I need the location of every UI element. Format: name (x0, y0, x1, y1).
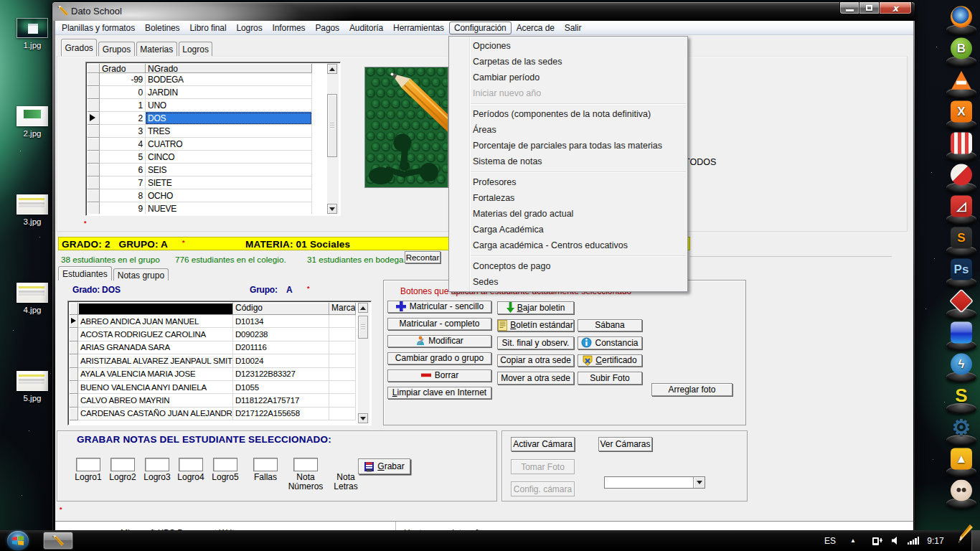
row-selector[interactable] (88, 73, 100, 86)
dock-item[interactable]: S (946, 382, 977, 414)
scroll-down-icon[interactable] (358, 413, 368, 423)
student-row[interactable]: BUENO VALENCIA ANYI DANIELA D1055 (70, 381, 357, 394)
student-name-cell[interactable]: AYALA VALENCIA MARIA JOSE (78, 368, 233, 381)
student-marcar-cell[interactable] (329, 408, 356, 420)
action-button[interactable]: Modificar (387, 335, 491, 348)
action-button[interactable]: Certificado (578, 354, 642, 367)
row-selector[interactable] (88, 99, 100, 112)
column-header-name[interactable] (78, 303, 233, 315)
recontar-button[interactable]: Recontar (405, 251, 440, 263)
row-selector[interactable] (88, 202, 100, 214)
tab[interactable]: Grados (61, 39, 97, 56)
scroll-thumb[interactable] (358, 316, 368, 339)
dock-pencil-icon[interactable] (953, 523, 973, 547)
menu-item[interactable]: Cambiar período (449, 70, 687, 85)
student-marcar-cell[interactable] (329, 381, 356, 394)
note-input-logro2[interactable] (110, 458, 135, 471)
row-selector[interactable] (88, 176, 100, 189)
student-name-cell[interactable]: CARDENAS CASTAÑO JUAN ALEJANDRO (78, 408, 233, 420)
ngrado-cell[interactable]: DOS (146, 112, 312, 125)
dock-item[interactable]: ϟ (946, 351, 977, 382)
student-marcar-cell[interactable] (329, 328, 356, 341)
scroll-thumb[interactable] (327, 94, 337, 157)
students-scrollbar[interactable] (358, 303, 369, 423)
language-indicator[interactable]: ES (821, 530, 839, 551)
action-button[interactable]: Subir Foto (578, 372, 642, 385)
row-selector[interactable] (70, 315, 78, 328)
action-button[interactable]: Boletín estándar (497, 319, 574, 332)
action-button[interactable]: Sábana (578, 319, 642, 332)
student-row[interactable]: ABREO ANDICA JUAN MANUEL D10134 (70, 315, 357, 328)
minimize-button[interactable] (839, 2, 859, 14)
grado-cell[interactable]: 8 (100, 189, 146, 202)
scroll-down-icon[interactable] (327, 204, 337, 214)
student-row[interactable]: CALVO ABREO MAYRIN D118122A175717 (70, 394, 357, 407)
start-button[interactable] (7, 531, 29, 550)
desktop-icon[interactable]: 3.jpg (11, 194, 53, 263)
student-row[interactable]: ARISTIZABAL ALVAREZ JEANPAUL SMITH D1002… (70, 354, 357, 367)
activar-camara-button[interactable]: Activar Cámara (511, 437, 575, 451)
grade-row[interactable]: 2 DOS (88, 112, 327, 125)
dock-item[interactable] (946, 288, 977, 319)
student-row[interactable]: AYALA VALENCIA MARIA JOSE D123122B83327 (70, 368, 357, 381)
row-selector[interactable] (88, 125, 100, 138)
menu-item[interactable]: Sistema de notas (449, 154, 687, 169)
column-header-ngrado[interactable]: NGrado (146, 64, 312, 73)
dock-item[interactable] (946, 67, 977, 98)
menubar-item[interactable]: Pagos (310, 22, 344, 34)
student-name-cell[interactable]: ARISTIZABAL ALVAREZ JEANPAUL SMITH (78, 354, 233, 367)
row-selector[interactable] (88, 138, 100, 151)
dock-item[interactable]: S (946, 225, 977, 256)
dock-item[interactable] (946, 161, 977, 193)
combo-dropdown-icon[interactable] (693, 477, 705, 488)
grade-row[interactable]: 7 SIETE (88, 176, 327, 189)
student-marcar-cell[interactable] (329, 315, 356, 328)
note-input-logro1[interactable] (76, 458, 100, 471)
desktop-icon[interactable]: 1.jpg (11, 18, 53, 86)
menubar-item[interactable]: Configuración (449, 22, 512, 34)
scroll-up-icon[interactable] (327, 64, 337, 74)
ngrado-cell[interactable]: JARDIN (146, 86, 312, 99)
student-name-cell[interactable]: CALVO ABREO MAYRIN (78, 394, 233, 407)
column-header-grado[interactable]: Grado (100, 64, 146, 73)
tab[interactable]: Estudiantes (58, 266, 112, 281)
row-selector[interactable] (70, 342, 78, 354)
ngrado-cell[interactable]: OCHO (146, 189, 312, 202)
grado-cell[interactable]: 0 (100, 86, 146, 99)
grabar-button[interactable]: Grabar (358, 458, 410, 474)
row-selector[interactable] (88, 151, 100, 164)
dock-item[interactable]: ▲ (946, 446, 977, 477)
note-input-logro5[interactable] (213, 458, 237, 471)
student-name-cell[interactable]: ARIAS GRANADA SARA (78, 342, 233, 354)
dock-item[interactable]: X (946, 98, 977, 130)
ver-camaras-button[interactable]: Ver Cámaras (598, 437, 652, 451)
arreglar-foto-button[interactable]: Arreglar foto (651, 383, 732, 396)
note-input-fallas[interactable] (253, 458, 278, 471)
camera-combobox[interactable] (604, 476, 705, 489)
row-selector[interactable] (70, 328, 78, 341)
student-code-cell[interactable]: D118122A175717 (233, 394, 329, 407)
menubar-item[interactable]: Auditoría (344, 22, 388, 34)
menu-item[interactable]: Carga académica - Centros educativos (449, 237, 687, 253)
ngrado-cell[interactable]: BODEGA (146, 73, 312, 86)
action-button[interactable]: Matricular - sencillo (387, 301, 491, 314)
ngrado-cell[interactable]: CUATRO (146, 138, 312, 151)
note-input-logro3[interactable] (145, 458, 169, 471)
menu-item[interactable]: Carga Académica (449, 222, 687, 237)
action-button[interactable]: Constancia (578, 336, 642, 349)
student-name-cell[interactable]: ABREO ANDICA JUAN MANUEL (78, 315, 233, 328)
student-marcar-cell[interactable] (329, 354, 356, 367)
grado-cell[interactable]: 5 (100, 151, 146, 164)
grado-cell[interactable]: 6 (100, 164, 146, 176)
ngrado-cell[interactable]: SIETE (146, 176, 312, 189)
note-input-nota-números[interactable] (293, 458, 318, 471)
menubar-item[interactable]: Salir (560, 22, 587, 34)
action-button[interactable]: Cambiar grado o grupo (387, 352, 491, 365)
student-marcar-cell[interactable] (329, 394, 356, 407)
tab[interactable]: Logros (179, 42, 213, 56)
row-selector[interactable] (70, 394, 78, 407)
desktop-icon[interactable]: 2.jpg (11, 106, 53, 174)
tab[interactable]: Materias (136, 42, 177, 56)
note-input-logro4[interactable] (179, 458, 203, 471)
grado-cell[interactable]: 2 (100, 112, 146, 125)
